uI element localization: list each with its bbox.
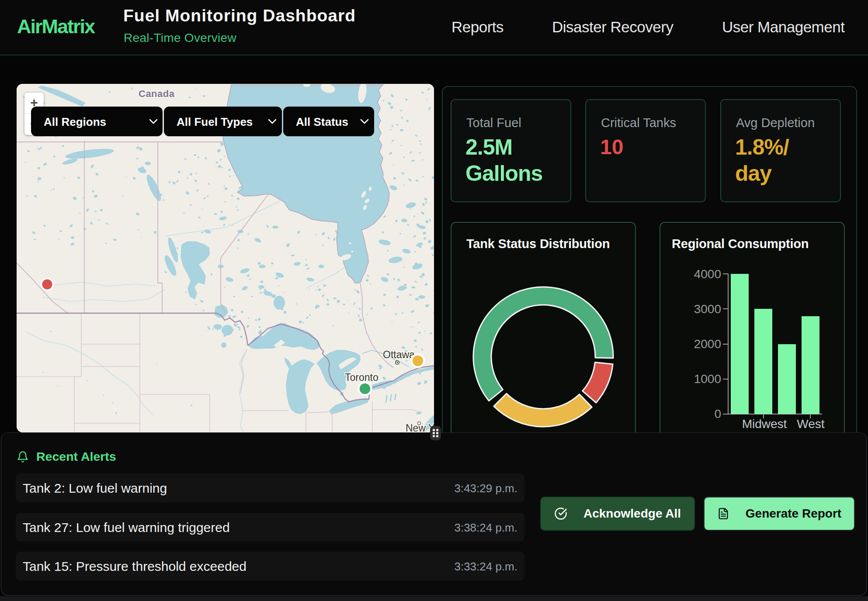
svg-text:Toronto: Toronto (345, 372, 378, 383)
svg-text:West: West (797, 417, 824, 431)
svg-text:Ottawa: Ottawa (383, 349, 415, 360)
svg-text:Midwest: Midwest (742, 417, 787, 431)
svg-text:1000: 1000 (694, 372, 721, 386)
svg-text:3000: 3000 (694, 302, 721, 316)
svg-text:0: 0 (714, 407, 721, 421)
svg-text:2000: 2000 (694, 337, 721, 351)
svg-text:Canada: Canada (139, 88, 175, 99)
svg-text:4000: 4000 (694, 267, 721, 281)
